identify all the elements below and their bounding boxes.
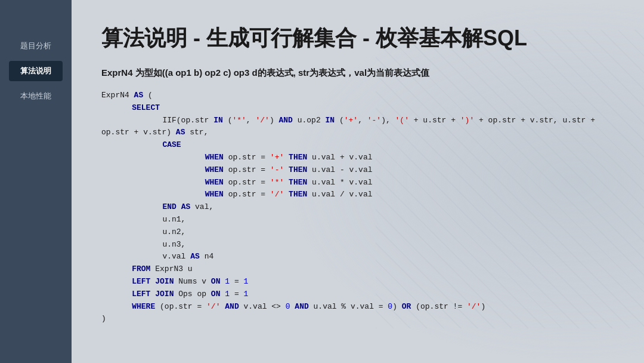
code-block: ExprN4 AS ( SELECT IIF(op.str IN ('*', '…	[101, 90, 614, 325]
code-line-7: WHEN op.str = '*' THEN u.val * v.val	[101, 177, 614, 189]
code-line-18: )	[101, 313, 614, 325]
code-line-3b: op.str + v.str) AS str,	[101, 127, 614, 139]
code-line-10: u.n1,	[101, 214, 614, 226]
sidebar-item-suanfa[interactable]: 算法说明	[9, 61, 63, 81]
code-line-14: FROM ExprN3 u	[101, 263, 614, 276]
description-text: ExprN4 为型如((a op1 b) op2 c) op3 d的表达式, s…	[101, 67, 614, 79]
code-line-3: IIF(op.str IN ('*', '/') AND u.op2 IN ('…	[101, 115, 614, 127]
sidebar-item-bendi[interactable]: 本地性能	[9, 86, 63, 106]
sidebar-item-timus[interactable]: 题目分析	[9, 36, 63, 56]
code-line-5: WHEN op.str = '+' THEN u.val + v.val	[101, 152, 614, 164]
code-line-2: SELECT	[101, 102, 614, 115]
code-line-4: CASE	[101, 139, 614, 152]
main-content: 算法说明 - 生成可行解集合 - 枚举基本解SQL ExprN4 为型如((a …	[72, 0, 644, 363]
code-line-8: WHEN op.str = '/' THEN u.val / v.val	[101, 189, 614, 201]
code-line-1: ExprN4 AS (	[101, 90, 614, 102]
sidebar: 题目分析 算法说明 本地性能	[0, 0, 72, 363]
code-line-9: END AS val,	[101, 201, 614, 214]
code-line-6: WHEN op.str = '-' THEN u.val - v.val	[101, 164, 614, 177]
code-line-11: u.n2,	[101, 226, 614, 239]
code-line-15: LEFT JOIN Nums v ON 1 = 1	[101, 276, 614, 288]
code-line-16: LEFT JOIN Ops op ON 1 = 1	[101, 288, 614, 301]
code-line-12: u.n3,	[101, 239, 614, 251]
page-title: 算法说明 - 生成可行解集合 - 枚举基本解SQL	[101, 24, 614, 53]
code-line-13: v.val AS n4	[101, 251, 614, 263]
code-line-17: WHERE (op.str = '/' AND v.val <> 0 AND u…	[101, 301, 614, 313]
